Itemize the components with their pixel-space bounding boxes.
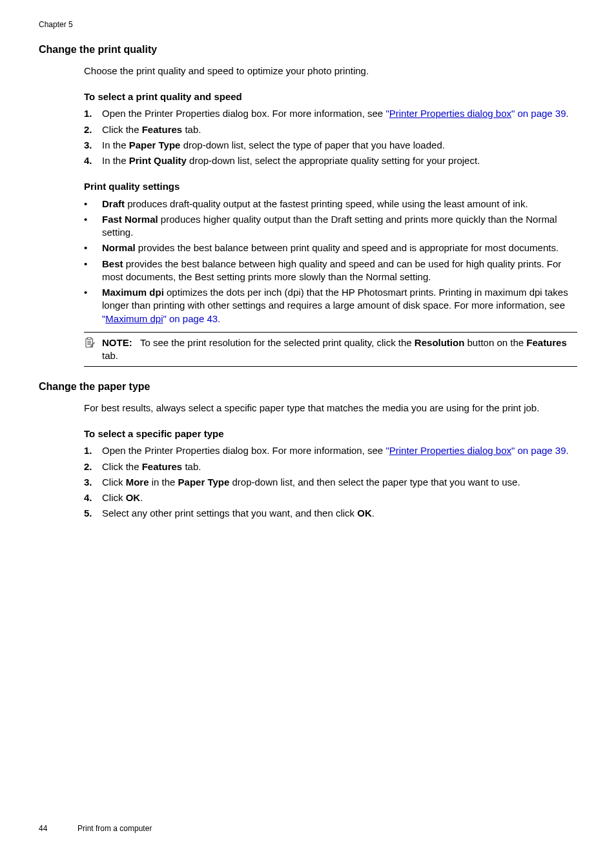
bullet-item: • Draft produces draft-quality output at… bbox=[84, 198, 577, 211]
bullet-item: • Maximum dpi optimizes the dots per inc… bbox=[84, 286, 577, 325]
chapter-label: Chapter 5 bbox=[39, 19, 577, 30]
text: Click bbox=[102, 477, 126, 488]
text: drop-down list, select the type of paper… bbox=[180, 139, 444, 150]
bold: Maximum dpi bbox=[102, 287, 164, 298]
bold: Fast Normal bbox=[102, 214, 158, 225]
step-item: 4. In the Print Quality drop-down list, … bbox=[84, 154, 577, 167]
svg-rect-1 bbox=[87, 338, 91, 340]
step-number: 4. bbox=[84, 491, 102, 504]
bold: Paper Type bbox=[178, 477, 230, 488]
step-content: In the Paper Type drop-down list, select… bbox=[102, 139, 577, 152]
bold: Paper Type bbox=[129, 139, 181, 150]
text: tab. bbox=[182, 124, 201, 135]
step-number: 4. bbox=[84, 154, 102, 167]
bold: OK bbox=[357, 508, 372, 519]
sub-heading-select-paper: To select a specific paper type bbox=[84, 427, 577, 440]
text: optimizes the dots per inch (dpi) that t… bbox=[102, 287, 568, 311]
step-content: In the Print Quality drop-down list, sel… bbox=[102, 154, 577, 167]
bullet: • bbox=[84, 213, 102, 240]
bullet: • bbox=[84, 242, 102, 254]
section2-intro: For best results, always select a specif… bbox=[84, 402, 577, 415]
note-block: NOTE: To see the print resolution for th… bbox=[84, 332, 577, 367]
bold: Normal bbox=[102, 242, 136, 253]
bold: OK bbox=[126, 492, 141, 503]
text: In the bbox=[102, 155, 129, 166]
text: provides the best balance between print … bbox=[136, 242, 559, 253]
step-number: 1. bbox=[84, 107, 102, 120]
step-item: 2. Click the Features tab. bbox=[84, 460, 577, 473]
text: Click bbox=[102, 492, 126, 503]
bullet: • bbox=[84, 198, 102, 211]
step-content: Click OK. bbox=[102, 491, 577, 504]
text: . bbox=[372, 508, 375, 519]
bullet: • bbox=[84, 258, 102, 284]
step-number: 3. bbox=[84, 139, 102, 152]
link-suffix: on page 39. bbox=[515, 445, 568, 456]
link-maximum-dpi[interactable]: Maximum dpi bbox=[105, 313, 163, 324]
sub-heading-quality-settings: Print quality settings bbox=[84, 180, 577, 193]
step-item: 1. Open the Printer Properties dialog bo… bbox=[84, 444, 577, 457]
step-content: Open the Printer Properties dialog box. … bbox=[102, 444, 577, 457]
text: Click the bbox=[102, 124, 142, 135]
text: tab. bbox=[102, 350, 118, 361]
bold: Print Quality bbox=[129, 155, 187, 166]
bullet-content: Fast Normal produces higher quality outp… bbox=[102, 213, 577, 240]
step-number: 5. bbox=[84, 507, 102, 520]
bold: Features bbox=[526, 337, 567, 348]
text: Open the Printer Properties dialog box. … bbox=[102, 445, 385, 456]
note-label: NOTE: bbox=[102, 337, 132, 348]
bullet: • bbox=[84, 286, 102, 325]
step-content: Select any other print settings that you… bbox=[102, 507, 577, 520]
step-content: Click More in the Paper Type drop-down l… bbox=[102, 476, 577, 489]
step-number: 2. bbox=[84, 460, 102, 473]
step-content: Click the Features tab. bbox=[102, 123, 577, 136]
text: produces draft-quality output at the fas… bbox=[125, 198, 528, 209]
bullet-item: • Best provides the best balance between… bbox=[84, 258, 577, 284]
step-content: Open the Printer Properties dialog box. … bbox=[102, 107, 577, 120]
link-suffix: on page 39. bbox=[515, 108, 568, 119]
bold: Features bbox=[142, 124, 183, 135]
section-heading-print-quality: Change the print quality bbox=[39, 43, 577, 57]
bullet-content: Maximum dpi optimizes the dots per inch … bbox=[102, 286, 577, 325]
text: produces higher quality output than the … bbox=[102, 214, 557, 238]
bullet-item: • Normal provides the best balance betwe… bbox=[84, 242, 577, 254]
text: In the bbox=[102, 139, 129, 150]
bullet-content: Draft produces draft-quality output at t… bbox=[102, 198, 577, 211]
link-printer-properties[interactable]: Printer Properties dialog box bbox=[389, 445, 511, 456]
link-printer-properties[interactable]: Printer Properties dialog box bbox=[389, 108, 511, 119]
text: drop-down list, select the appropriate q… bbox=[187, 155, 480, 166]
bullet-item: • Fast Normal produces higher quality ou… bbox=[84, 213, 577, 240]
note-icon bbox=[84, 336, 102, 363]
step-item: 3. In the Paper Type drop-down list, sel… bbox=[84, 139, 577, 152]
sub-heading-select-quality: To select a print quality and speed bbox=[84, 90, 577, 103]
step-number: 3. bbox=[84, 476, 102, 489]
section1-intro: Choose the print quality and speed to op… bbox=[84, 65, 577, 77]
note-content: NOTE: To see the print resolution for th… bbox=[102, 336, 577, 363]
text: provides the best balance between high q… bbox=[102, 258, 561, 282]
section-heading-paper-type: Change the paper type bbox=[39, 380, 577, 394]
text: tab. bbox=[182, 461, 201, 472]
bold: Features bbox=[142, 461, 183, 472]
link-suffix: on page 43. bbox=[167, 313, 220, 324]
bullet-content: Best provides the best balance between h… bbox=[102, 258, 577, 284]
text: To see the print resolution for the sele… bbox=[140, 337, 415, 348]
step-item: 4. Click OK. bbox=[84, 491, 577, 504]
text: drop-down list, and then select the pape… bbox=[229, 477, 520, 488]
text: Open the Printer Properties dialog box. … bbox=[102, 108, 385, 119]
step-number: 1. bbox=[84, 444, 102, 457]
bold: More bbox=[126, 477, 149, 488]
text: . bbox=[140, 492, 143, 503]
step-content: Click the Features tab. bbox=[102, 460, 577, 473]
step-item: 3. Click More in the Paper Type drop-dow… bbox=[84, 476, 577, 489]
bold: Resolution bbox=[415, 337, 465, 348]
text: Select any other print settings that you… bbox=[102, 508, 357, 519]
step-number: 2. bbox=[84, 123, 102, 136]
text: button on the bbox=[464, 337, 526, 348]
text: in the bbox=[149, 477, 178, 488]
text: Click the bbox=[102, 461, 142, 472]
step-item: 1. Open the Printer Properties dialog bo… bbox=[84, 107, 577, 120]
step-item: 2. Click the Features tab. bbox=[84, 123, 577, 136]
step-item: 5. Select any other print settings that … bbox=[84, 507, 577, 520]
bullet-content: Normal provides the best balance between… bbox=[102, 242, 577, 254]
bold: Best bbox=[102, 258, 123, 269]
